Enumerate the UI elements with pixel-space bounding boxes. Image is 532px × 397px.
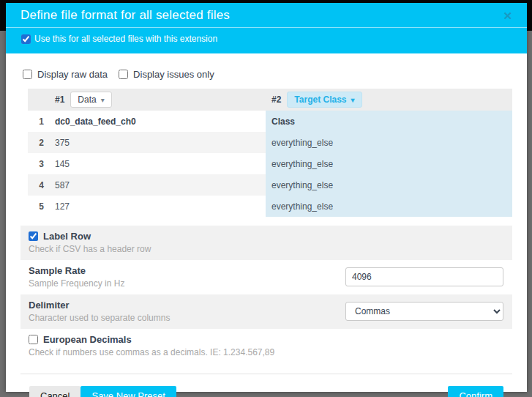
settings-sections: Label Row Check if CSV has a header row … bbox=[20, 226, 512, 363]
table-row: 1 dc0_data_feed_ch0 Class bbox=[28, 111, 512, 132]
row-number: 1 bbox=[28, 116, 55, 127]
european-decimals-label: European Decimals bbox=[43, 334, 132, 345]
display-issues-only-checkbox[interactable] bbox=[119, 70, 128, 79]
european-decimals-checkbox[interactable] bbox=[29, 335, 38, 344]
column-2-type-dropdown[interactable]: Target Class ▾ bbox=[287, 92, 361, 108]
target-cell: everything_else bbox=[266, 196, 512, 217]
delimiter-select[interactable]: Commas bbox=[345, 302, 503, 321]
sample-rate-input[interactable] bbox=[345, 267, 503, 286]
confirm-button[interactable]: Confirm bbox=[448, 386, 503, 397]
cancel-button[interactable]: Cancel bbox=[29, 386, 80, 397]
target-cell: everything_else bbox=[266, 132, 512, 153]
data-cell: 587 bbox=[55, 180, 266, 190]
display-issues-only-label: Display issues only bbox=[133, 69, 214, 80]
row-number: 3 bbox=[28, 159, 55, 169]
use-for-all-label: Use this for all selected files with thi… bbox=[34, 34, 217, 44]
preview-table: #1 Data ▾ #2 Target Class ▾ 1 dc0_data_f bbox=[28, 89, 512, 217]
column-1-type-dropdown[interactable]: Data ▾ bbox=[70, 92, 111, 108]
modal-title: Define file format for all selected file… bbox=[20, 8, 230, 23]
table-row: 5 127 everything_else bbox=[28, 196, 512, 217]
caret-down-icon: ▾ bbox=[351, 96, 355, 104]
row-number: 4 bbox=[28, 180, 55, 190]
column-2-type-label: Target Class bbox=[294, 94, 346, 105]
target-cell: Class bbox=[266, 111, 512, 132]
european-decimals-description: Check if numbers use commas as a decimal… bbox=[29, 347, 503, 357]
sample-rate-description: Sample Frequency in Hz bbox=[29, 278, 124, 289]
delimiter-section: Delimiter Character used to separate col… bbox=[20, 294, 512, 329]
display-raw-data-checkbox[interactable] bbox=[23, 70, 32, 79]
save-new-preset-button[interactable]: Save New Preset bbox=[80, 386, 176, 397]
row-number: 5 bbox=[28, 201, 55, 212]
close-icon[interactable]: ✕ bbox=[500, 9, 515, 23]
sample-rate-label: Sample Rate bbox=[29, 265, 124, 276]
modal-footer: Cancel Save New Preset Confirm bbox=[29, 386, 503, 397]
modal-header: Define file format for all selected file… bbox=[6, 3, 527, 53]
display-options: Display raw data Display issues only bbox=[23, 69, 512, 80]
data-cell: 145 bbox=[55, 159, 266, 169]
european-decimals-section: European Decimals Check if numbers use c… bbox=[20, 329, 512, 363]
display-issues-only-option[interactable]: Display issues only bbox=[119, 69, 214, 80]
delimiter-label: Delimiter bbox=[29, 300, 170, 311]
data-cell: dc0_data_feed_ch0 bbox=[55, 116, 266, 127]
data-cell: 375 bbox=[55, 138, 266, 148]
target-cell: everything_else bbox=[266, 174, 512, 196]
label-row-section: Label Row Check if CSV has a header row bbox=[20, 226, 512, 260]
footer-divider bbox=[20, 374, 512, 374]
column-1-type-label: Data bbox=[78, 94, 96, 105]
file-format-modal: Define file format for all selected file… bbox=[6, 3, 527, 392]
label-row-label: Label Row bbox=[43, 231, 91, 242]
label-row-description: Check if CSV has a header row bbox=[29, 244, 503, 254]
table-row: 3 145 everything_else bbox=[28, 153, 512, 174]
display-raw-data-option[interactable]: Display raw data bbox=[23, 69, 108, 80]
display-raw-data-label: Display raw data bbox=[37, 69, 108, 80]
modal-body: Display raw data Display issues only #1 … bbox=[6, 53, 527, 397]
target-cell: everything_else bbox=[266, 153, 512, 174]
table-header-row: #1 Data ▾ #2 Target Class ▾ bbox=[28, 89, 512, 111]
label-row-checkbox[interactable] bbox=[29, 231, 38, 241]
column-1-index: #1 bbox=[55, 94, 64, 105]
table-row: 2 375 everything_else bbox=[28, 132, 512, 153]
table-row: 4 587 everything_else bbox=[28, 174, 512, 196]
row-number: 2 bbox=[28, 138, 55, 148]
caret-down-icon: ▾ bbox=[101, 96, 105, 104]
delimiter-description: Character used to separate columns bbox=[29, 313, 170, 323]
data-cell: 127 bbox=[55, 201, 266, 212]
use-for-all-checkbox[interactable] bbox=[21, 34, 31, 44]
sample-rate-section: Sample Rate Sample Frequency in Hz bbox=[20, 260, 512, 294]
column-2-index: #2 bbox=[271, 94, 281, 105]
